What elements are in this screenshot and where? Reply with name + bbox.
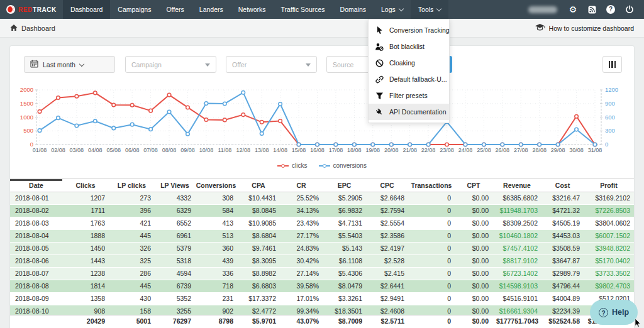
legend-clicks[interactable]: clicks xyxy=(277,162,307,169)
svg-text:900: 900 xyxy=(605,100,615,107)
breadcrumb[interactable]: Dashboard xyxy=(10,24,55,33)
filter-icon xyxy=(375,92,384,100)
svg-text:26/08: 26/08 xyxy=(496,147,510,153)
col-cost[interactable]: Cost xyxy=(541,179,584,192)
columns-settings-button[interactable] xyxy=(602,56,622,73)
col-lp-clicks[interactable]: LP clicks xyxy=(109,179,155,192)
svg-text:600: 600 xyxy=(605,114,615,121)
svg-text:0: 0 xyxy=(605,141,608,148)
svg-text:1200: 1200 xyxy=(605,86,618,93)
data-point xyxy=(149,109,153,112)
table-row[interactable]: 2018-08-0514503265379360$9.746124.83%$5.… xyxy=(10,243,634,255)
nav-item-campaigns[interactable]: Campaigns xyxy=(110,0,158,19)
chevron-down-icon xyxy=(79,61,84,66)
table-row[interactable]: 2018-08-0818144456739718$6.680339.58%$8.… xyxy=(10,280,634,293)
table-row[interactable]: 2018-08-0418884456961513$8.680427.17%$5.… xyxy=(10,230,634,243)
data-point xyxy=(94,119,97,123)
nav-item-dashboard[interactable]: Dashboard xyxy=(63,0,110,19)
traffic-chart: 05001000150020000300600900120001/0802/08… xyxy=(10,85,634,159)
breadcrumb-label: Dashboard xyxy=(21,25,55,32)
col-clicks[interactable]: Clicks xyxy=(62,179,109,192)
col-revenue[interactable]: Revenue xyxy=(492,179,541,192)
nav-item-offers[interactable]: Offers xyxy=(158,0,191,19)
chevron-down-icon xyxy=(436,6,441,11)
power-logout-icon[interactable] xyxy=(620,5,639,14)
nav-item-networks[interactable]: Networks xyxy=(231,0,274,19)
redtrack-logo[interactable]: REDTRACK xyxy=(0,0,63,19)
svg-text:2000: 2000 xyxy=(20,86,33,93)
table-row[interactable]: 2018-08-0712382864594336$8.898227.14%$5.… xyxy=(10,268,634,280)
svg-text:30/08: 30/08 xyxy=(569,147,584,153)
data-point xyxy=(57,96,60,100)
data-point xyxy=(371,143,375,146)
help-widget-button[interactable]: ? Help xyxy=(590,300,638,325)
col-conversions[interactable]: Conversions xyxy=(195,179,237,192)
plug-icon xyxy=(375,107,384,116)
col-profit[interactable]: Profit xyxy=(584,179,634,192)
data-point xyxy=(408,143,412,146)
user-name-blurred[interactable] xyxy=(528,6,557,13)
date-range-picker[interactable]: Last month xyxy=(24,56,115,73)
table-row[interactable]: 2018-08-0913584305352231$17.337217.01%$3… xyxy=(10,293,634,305)
data-point xyxy=(38,110,42,114)
menu-item-default-fallback-u[interactable]: Default fallback-U... xyxy=(369,71,449,87)
table-row[interactable]: 2018-08-0217113966329584$8.084534.13%$6.… xyxy=(10,205,634,217)
col-date[interactable]: Date xyxy=(10,179,62,192)
help-icon[interactable]: ? xyxy=(601,5,620,14)
table-header-row: DateClicksLP clicksLP ViewsConversionsCP… xyxy=(10,179,634,192)
svg-text:24/08: 24/08 xyxy=(458,147,473,153)
link-icon xyxy=(375,75,384,84)
col-epc[interactable]: EPC xyxy=(323,179,366,192)
nav-item-landers[interactable]: Landers xyxy=(192,0,231,19)
home-icon xyxy=(10,24,18,33)
svg-text:20/08: 20/08 xyxy=(384,147,399,153)
svg-text:15/08: 15/08 xyxy=(292,147,306,153)
nav-item-domains[interactable]: Domains xyxy=(333,0,374,19)
table-row[interactable]: 2018-08-0112072734332308$10.443125.52%$5… xyxy=(10,192,634,205)
legend-conversions[interactable]: conversions xyxy=(319,162,367,169)
svg-text:12/08: 12/08 xyxy=(236,147,251,153)
data-point xyxy=(38,129,42,133)
data-point xyxy=(260,132,264,136)
col-transactions[interactable]: Transactions xyxy=(408,179,455,192)
table-row[interactable]: 2018-08-0614433255318439$8.309530.42%$6.… xyxy=(10,255,634,268)
customize-dashboard-link[interactable]: How to customize dashboard xyxy=(535,23,634,33)
table-row[interactable]: 2018-08-0317634216552413$10.908523.43%$4… xyxy=(10,217,634,230)
col-cr[interactable]: CR xyxy=(280,179,323,192)
menu-item-conversion-tracking[interactable]: Conversion Tracking xyxy=(369,22,449,38)
news-feed-icon[interactable] xyxy=(582,6,601,14)
data-point xyxy=(279,119,282,123)
svg-text:28/08: 28/08 xyxy=(532,147,547,153)
svg-text:09/08: 09/08 xyxy=(180,147,195,153)
data-point xyxy=(75,124,79,128)
traffic-chart-area: 05001000150020000300600900120001/0802/08… xyxy=(10,85,634,169)
col-lp-views[interactable]: LP Views xyxy=(155,179,195,192)
data-point xyxy=(242,113,245,117)
nav-item-traffic-sources[interactable]: Traffic Sources xyxy=(274,0,333,19)
nav-item-tools[interactable]: Tools xyxy=(411,0,449,19)
nav-item-logs[interactable]: Logs xyxy=(374,0,411,19)
stats-table: DateClicksLP clicksLP ViewsConversionsCP… xyxy=(10,178,634,328)
graduation-cap-icon xyxy=(535,23,545,33)
svg-text:14/08: 14/08 xyxy=(273,147,287,153)
tools-dropdown-menu: Conversion TrackingBot blacklistCloaking… xyxy=(368,19,450,123)
col-cpc[interactable]: CPC xyxy=(366,179,408,192)
menu-item-filter-presets[interactable]: Filter presets xyxy=(369,87,449,104)
data-point xyxy=(519,143,523,146)
col-cpt[interactable]: CPT xyxy=(455,179,492,192)
offer-select[interactable]: Offer xyxy=(226,56,317,73)
stats-table-area: DateClicksLP clicksLP ViewsConversionsCP… xyxy=(10,178,634,328)
campaign-select[interactable]: Campaign xyxy=(125,56,216,73)
menu-item-bot-blacklist[interactable]: Bot blacklist xyxy=(369,38,449,55)
col-cpa[interactable]: CPA xyxy=(237,179,280,192)
svg-text:25/08: 25/08 xyxy=(477,147,491,153)
data-point xyxy=(167,110,171,114)
top-navbar: REDTRACK DashboardCampaignsOffersLanders… xyxy=(0,0,644,19)
svg-text:10/08: 10/08 xyxy=(199,147,214,153)
menu-item-api-documentation[interactable]: API Documentation xyxy=(369,104,449,120)
settings-gear-icon[interactable]: ⚙ xyxy=(564,5,582,14)
svg-text:22/08: 22/08 xyxy=(421,147,436,153)
menu-item-cloaking[interactable]: Cloaking xyxy=(369,55,449,71)
data-point xyxy=(57,116,60,120)
legend-marker-icon xyxy=(319,163,330,168)
